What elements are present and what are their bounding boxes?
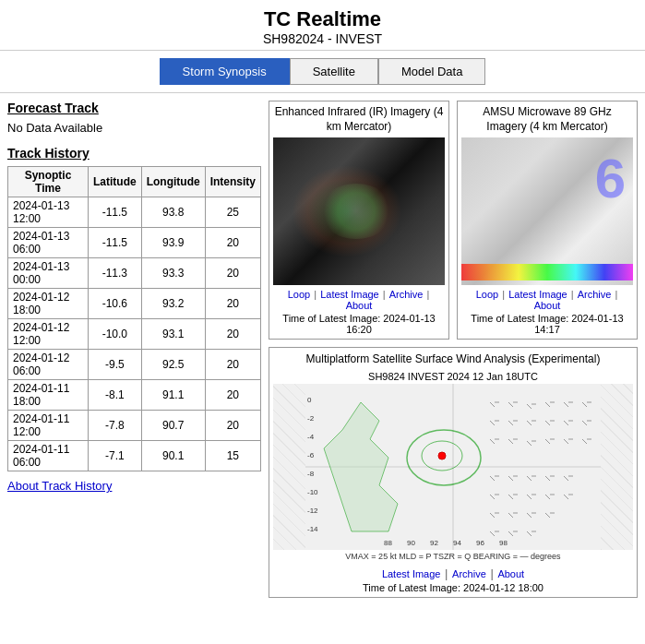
ir-link-latest[interactable]: Latest Image: [320, 289, 379, 300]
col-header-intensity: Intensity: [205, 167, 260, 197]
svg-text:92: 92: [430, 539, 438, 547]
svg-text:90: 90: [407, 539, 415, 547]
amsu-link-loop[interactable]: Loop: [476, 289, 498, 300]
table-cell-0: 2024-01-13 00:00: [8, 258, 89, 289]
about-track-history-link[interactable]: About Track History: [7, 479, 261, 493]
table-row: 2024-01-12 12:00-10.093.120: [8, 319, 261, 350]
table-cell-1: -9.5: [89, 350, 142, 380]
wind-link-about[interactable]: About: [497, 568, 524, 579]
page-title: TC Realtime: [0, 7, 645, 31]
amsu-link-archive[interactable]: Archive: [578, 289, 612, 300]
table-cell-0: 2024-01-12 06:00: [8, 350, 89, 380]
tab-storm-synopsis[interactable]: Storm Synopsis: [160, 58, 290, 85]
table-row: 2024-01-12 06:00-9.592.520: [8, 350, 261, 380]
table-cell-2: 93.2: [141, 289, 205, 319]
col-header-latitude: Latitude: [89, 167, 142, 197]
wind-header-text: SH9824 INVEST 2024 12 Jan 18UTC: [273, 371, 633, 382]
table-cell-2: 93.3: [141, 258, 205, 289]
track-history-table: Synoptic Time Latitude Longitude Intensi…: [7, 166, 261, 471]
table-cell-3: 20: [205, 289, 260, 319]
track-history-title: Track History: [7, 146, 261, 161]
table-cell-3: 20: [205, 380, 260, 411]
ir-link-about[interactable]: About: [346, 300, 373, 311]
amsu-card-title: AMSU Microwave 89 GHz Imagery (4 km Merc…: [461, 105, 633, 134]
svg-text:88: 88: [384, 539, 392, 547]
page-subtitle: SH982024 - INVEST: [0, 31, 645, 46]
svg-text:98: 98: [499, 539, 508, 547]
table-row: 2024-01-11 06:00-7.190.115: [8, 441, 261, 471]
table-cell-0: 2024-01-12 12:00: [8, 319, 89, 350]
tab-satellite[interactable]: Satellite: [290, 58, 378, 85]
table-cell-1: -11.5: [89, 228, 142, 258]
table-cell-3: 15: [205, 441, 260, 471]
svg-text:-14: -14: [307, 525, 318, 533]
amsu-image-card: AMSU Microwave 89 GHz Imagery (4 km Merc…: [457, 101, 638, 340]
wind-legend-text: VMAX = 25 kt MLD = P TSZR = Q BEARING = …: [273, 550, 633, 563]
table-row: 2024-01-13 00:00-11.393.320: [8, 258, 261, 289]
table-cell-1: -11.5: [89, 197, 142, 228]
svg-text:-4: -4: [307, 433, 315, 441]
forecast-track-no-data: No Data Available: [7, 121, 261, 135]
table-cell-2: 90.7: [141, 411, 205, 441]
table-cell-1: -8.1: [89, 380, 142, 411]
amsu-image-time: Time of Latest Image: 2024-01-13 14:17: [461, 313, 633, 335]
wind-image-links: Latest Image | Archive | About: [273, 566, 633, 580]
table-cell-2: 93.1: [141, 319, 205, 350]
main-content: Forecast Track No Data Available Track H…: [0, 93, 645, 605]
table-cell-1: -10.6: [89, 289, 142, 319]
amsu-image-links: Loop | Latest Image | Archive | About: [461, 289, 633, 311]
table-cell-0: 2024-01-12 18:00: [8, 289, 89, 319]
table-row: 2024-01-11 18:00-8.191.120: [8, 380, 261, 411]
table-cell-0: 2024-01-11 18:00: [8, 380, 89, 411]
wind-link-archive[interactable]: Archive: [452, 568, 486, 579]
svg-text:0: 0: [307, 396, 312, 404]
table-cell-2: 93.9: [141, 228, 205, 258]
svg-text:-10: -10: [307, 488, 318, 496]
table-cell-3: 20: [205, 319, 260, 350]
table-cell-0: 2024-01-11 12:00: [8, 411, 89, 441]
table-cell-0: 2024-01-13 06:00: [8, 228, 89, 258]
svg-text:96: 96: [476, 539, 484, 547]
table-row: 2024-01-11 12:00-7.890.720: [8, 411, 261, 441]
svg-text:-12: -12: [307, 507, 318, 515]
amsu-image: [461, 137, 633, 285]
forecast-track-title: Forecast Track: [7, 101, 261, 115]
ir-card-title: Enhanced Infrared (IR) Imagery (4 km Mer…: [273, 105, 445, 134]
top-image-row: Enhanced Infrared (IR) Imagery (4 km Mer…: [269, 101, 638, 340]
ir-image-time: Time of Latest Image: 2024-01-13 16:20: [273, 313, 445, 335]
amsu-link-latest[interactable]: Latest Image: [508, 289, 567, 300]
svg-text:-2: -2: [307, 414, 315, 423]
table-cell-2: 90.1: [141, 441, 205, 471]
tab-model-data[interactable]: Model Data: [378, 58, 485, 85]
wind-link-latest[interactable]: Latest Image: [382, 568, 441, 579]
table-cell-0: 2024-01-11 06:00: [8, 441, 89, 471]
table-cell-0: 2024-01-13 12:00: [8, 197, 89, 228]
ir-image-links: Loop | Latest Image | Archive | About: [273, 289, 445, 311]
table-cell-3: 20: [205, 228, 260, 258]
wind-image-time: Time of Latest Image: 2024-01-12 18:00: [273, 582, 633, 593]
table-cell-3: 20: [205, 411, 260, 441]
svg-point-5: [438, 452, 446, 459]
wind-analysis-card: Multiplatform Satellite Surface Wind Ana…: [269, 347, 638, 598]
table-cell-1: -7.8: [89, 411, 142, 441]
page-header: TC Realtime SH982024 - INVEST: [0, 0, 645, 51]
ir-image: [273, 137, 445, 285]
col-header-longitude: Longitude: [141, 167, 205, 197]
svg-text:-6: -6: [307, 451, 315, 459]
right-panel: Enhanced Infrared (IR) Imagery (4 km Mer…: [269, 101, 638, 598]
table-cell-2: 92.5: [141, 350, 205, 380]
ir-link-loop[interactable]: Loop: [288, 289, 310, 300]
wind-card-title: Multiplatform Satellite Surface Wind Ana…: [273, 352, 633, 367]
amsu-link-about[interactable]: About: [534, 300, 561, 311]
svg-text:-8: -8: [307, 470, 315, 478]
table-cell-1: -7.1: [89, 441, 142, 471]
table-cell-1: -10.0: [89, 319, 142, 350]
table-cell-3: 20: [205, 258, 260, 289]
table-row: 2024-01-13 06:00-11.593.920: [8, 228, 261, 258]
tab-bar: Storm Synopsis Satellite Model Data: [0, 51, 645, 93]
table-row: 2024-01-13 12:00-11.593.825: [8, 197, 261, 228]
table-cell-1: -11.3: [89, 258, 142, 289]
table-cell-3: 20: [205, 350, 260, 380]
ir-link-archive[interactable]: Archive: [389, 289, 424, 300]
table-cell-2: 93.8: [141, 197, 205, 228]
